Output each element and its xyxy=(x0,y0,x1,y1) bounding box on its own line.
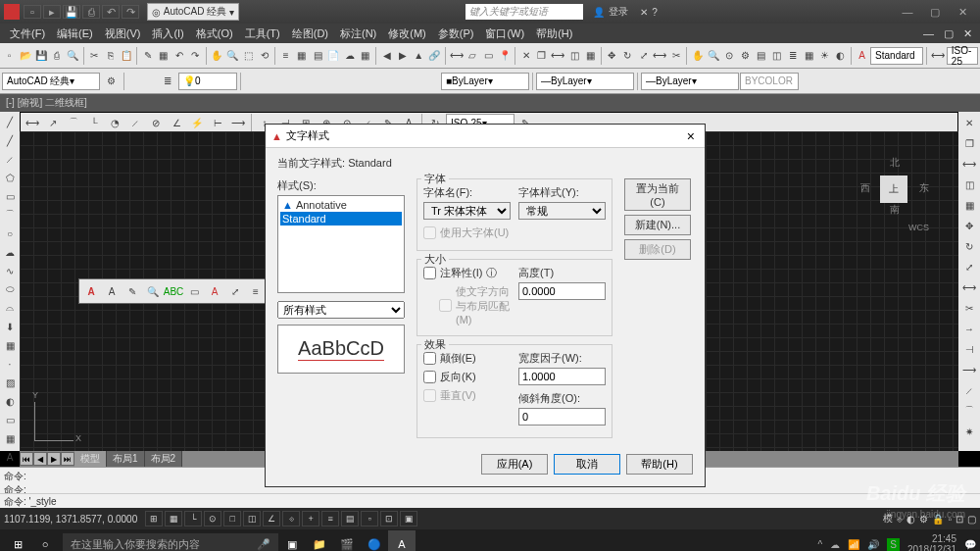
style-item-annotative[interactable]: ▲ Annotative xyxy=(280,198,402,212)
lineweight-combo[interactable]: — ByLayer ▾ xyxy=(641,73,739,90)
close-button[interactable]: ✕ xyxy=(949,3,976,21)
viewcube-top[interactable]: 上 xyxy=(880,175,907,203)
erase-icon[interactable]: ✕ xyxy=(518,46,533,66)
sheet-icon[interactable]: 📄 xyxy=(326,46,341,66)
dim-continue-icon[interactable]: ⟶ xyxy=(228,113,248,132)
qp-toggle[interactable]: ▫ xyxy=(361,511,378,526)
dtext-icon[interactable]: A xyxy=(102,281,122,301)
copy2-icon[interactable]: ❐ xyxy=(534,46,549,66)
mod-chamfer-icon[interactable]: ⟋ xyxy=(959,380,979,400)
prop-icon[interactable]: ≡ xyxy=(278,46,293,66)
spline-icon[interactable]: ∿ xyxy=(1,262,19,279)
doc-minimize-button[interactable]: — xyxy=(919,27,938,40)
mod-join-icon[interactable]: ⟶ xyxy=(959,360,979,379)
tab-model[interactable]: 模型 xyxy=(74,451,107,467)
point-icon[interactable]: · xyxy=(1,355,19,373)
clock-date[interactable]: 2018/12/31 xyxy=(907,544,956,551)
mod-fillet-icon[interactable]: ⌒ xyxy=(959,401,979,421)
save-icon[interactable]: 💾 xyxy=(33,46,48,66)
text-style-combo[interactable]: Standard xyxy=(870,47,923,65)
offset-icon[interactable]: ◫ xyxy=(566,46,581,66)
dim-arc-icon[interactable]: ⌒ xyxy=(64,113,83,132)
login-button[interactable]: 👤 登录 ✕ ? xyxy=(593,5,658,19)
exchange-icon[interactable]: ✕ xyxy=(640,7,648,18)
gear-icon[interactable]: ⚙ xyxy=(101,72,121,91)
qat-undo-icon[interactable]: ↶ xyxy=(102,5,120,19)
annotative-checkbox[interactable] xyxy=(423,267,436,279)
menu-file[interactable]: 文件(F) xyxy=(4,25,51,43)
open-icon[interactable]: 📂 xyxy=(18,46,32,66)
mod-array-icon[interactable]: ▦ xyxy=(959,195,979,215)
paste-icon[interactable]: 📋 xyxy=(119,46,133,66)
hatch-icon[interactable]: ▨ xyxy=(1,374,19,391)
region-icon[interactable]: ▭ xyxy=(481,46,496,66)
menu-help[interactable]: 帮助(H) xyxy=(530,25,578,43)
workspace-selector[interactable]: ◎ AutoCAD 经典 ▾ xyxy=(147,3,239,21)
mod-trim-icon[interactable]: ✂ xyxy=(959,298,979,318)
tray-net-icon[interactable]: 📶 xyxy=(848,539,859,550)
dialog-close-button[interactable]: × xyxy=(683,128,699,144)
tray-sound-icon[interactable]: 🔊 xyxy=(867,539,879,550)
tab-layout2[interactable]: 布局2 xyxy=(145,451,183,467)
sun-icon[interactable]: ◐ xyxy=(833,46,848,66)
menu-window[interactable]: 窗口(W) xyxy=(479,25,530,43)
match-icon[interactable]: ✎ xyxy=(140,46,155,66)
mod-stretch-icon[interactable]: ⟷ xyxy=(959,277,979,297)
rotate-icon[interactable]: ↻ xyxy=(620,46,635,66)
mtext2-icon[interactable]: A xyxy=(81,281,101,301)
tray-up-icon[interactable]: ^ xyxy=(818,539,823,550)
dim-baseline-icon[interactable]: ⊢ xyxy=(208,113,227,132)
layer-combo[interactable]: 💡 0 xyxy=(178,73,237,90)
dim-jogged-icon[interactable]: ⟋ xyxy=(125,113,145,132)
style-listbox[interactable]: ▲ Annotative Standard xyxy=(277,195,405,293)
wheel-icon[interactable]: ⚙ xyxy=(738,46,753,66)
app-chrome-icon[interactable]: 🔵 xyxy=(361,530,388,551)
task-view-icon[interactable]: ▣ xyxy=(278,530,306,551)
dim-aligned-icon[interactable]: ↗ xyxy=(43,113,63,132)
view-cube[interactable]: 北 西 东 南 上 WCS xyxy=(860,156,929,225)
am-toggle[interactable]: ▣ xyxy=(400,511,417,526)
menu-view[interactable]: 视图(V) xyxy=(99,25,147,43)
menu-insert[interactable]: 插入(I) xyxy=(146,25,189,43)
menu-parametric[interactable]: 参数(P) xyxy=(432,25,480,43)
dim-quick-icon[interactable]: ⚡ xyxy=(187,113,207,132)
mod-extend-icon[interactable]: → xyxy=(959,319,979,338)
menu-draw[interactable]: 绘图(D) xyxy=(286,25,334,43)
mod-mirror-icon[interactable]: ⟷ xyxy=(959,154,979,174)
nav-prev-icon[interactable]: ◀ xyxy=(379,46,394,66)
redo-icon[interactable]: ↷ xyxy=(188,46,203,66)
link-icon[interactable]: 🔗 xyxy=(427,46,442,66)
undo-icon[interactable]: ↶ xyxy=(172,46,187,66)
coordinates[interactable]: 1107.1199, 1371.8577, 0.0000 xyxy=(4,514,137,525)
viewport-label[interactable]: [-] [俯视] 二维线框] xyxy=(0,94,980,112)
ortho-toggle[interactable]: └ xyxy=(184,511,202,526)
ref-icon[interactable]: ◫ xyxy=(769,46,784,66)
menu-modify[interactable]: 修改(M) xyxy=(382,25,432,43)
linetype-combo[interactable]: — ByLayer ▾ xyxy=(536,73,634,90)
dim-radius-icon[interactable]: ◔ xyxy=(105,113,124,132)
block-icon[interactable]: ▦ xyxy=(156,46,171,66)
clock-time[interactable]: 21:45 xyxy=(907,533,956,544)
ducs-toggle[interactable]: ⟐ xyxy=(282,511,300,526)
dim-ordinate-icon[interactable]: └ xyxy=(84,113,104,132)
style-icon[interactable]: A xyxy=(205,281,224,301)
mirror-icon[interactable]: ⟷ xyxy=(550,46,565,66)
block-make-icon[interactable]: ▦ xyxy=(1,336,19,354)
table-icon[interactable]: ▦ xyxy=(1,429,19,447)
revcloud-icon[interactable]: ☁ xyxy=(1,243,19,261)
app-edge-icon[interactable]: 📁 xyxy=(306,530,333,551)
arc-icon[interactable]: ⌒ xyxy=(1,206,19,224)
preview-icon[interactable]: 🔍 xyxy=(66,46,80,66)
zoom-prev-icon[interactable]: ⟲ xyxy=(257,46,271,66)
new-icon[interactable]: ▫ xyxy=(2,46,17,66)
lock-icon[interactable]: 🔒 xyxy=(932,514,944,525)
qat-open-icon[interactable]: ▸ xyxy=(43,5,61,19)
pan-icon[interactable]: ✋ xyxy=(210,46,224,66)
justify-icon[interactable]: ≡ xyxy=(246,281,266,301)
mod-break-icon[interactable]: ⊣ xyxy=(959,339,979,359)
font-name-combo[interactable]: Tr 宋体宋体 xyxy=(423,202,511,220)
isolate-icon[interactable]: ⊡ xyxy=(956,514,963,525)
mtext-icon[interactable]: A xyxy=(1,448,19,466)
circle-icon[interactable]: ○ xyxy=(1,225,19,242)
zoom-icon[interactable]: 🔍 xyxy=(225,46,240,66)
